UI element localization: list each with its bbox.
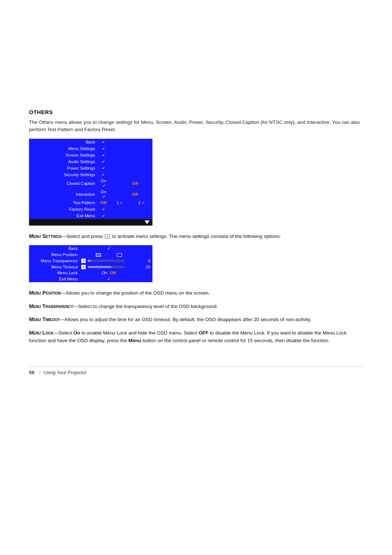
page-content: OTHERS The Others menu allows you to cha…: [29, 15, 363, 375]
table-row: Back ✓: [29, 139, 152, 145]
osd-menu-table: Back ✓ Menu Settings ✓ Screen Settings ✓…: [29, 139, 152, 226]
table-row-screen-settings: Screen Settings ✓: [29, 152, 152, 158]
page-number: 58: [29, 370, 34, 375]
menu-timeout-para: Menu Timeout—Allows you to adjust the ti…: [29, 315, 363, 324]
menu-settings-osd-table: Back ✓ Menu Position Menu Transparency ☰: [29, 245, 152, 282]
intro-text: The Others menu allows you to change set…: [29, 119, 363, 134]
term-menu-position: Menu Position: [29, 290, 61, 296]
position-box-right: [117, 253, 122, 257]
term-menu-lock: Menu Lock: [29, 330, 53, 336]
table-row: Menu Transparency ☰ 0: [29, 258, 152, 264]
table-row: Audio Settings ✓: [29, 158, 152, 165]
term-menu-settings: Menu Settings: [29, 233, 61, 239]
footer-text: Using Your Projector: [44, 370, 87, 375]
enter-icon: ✓: [105, 234, 110, 239]
table-row: Menu Lock On Off: [29, 270, 152, 276]
on-label: On: [102, 271, 107, 275]
menu-position-para: Menu Position—Allows you to change the p…: [29, 289, 363, 297]
table-row: Power Settings ✓: [29, 165, 152, 171]
menu-settings-description: Menu Settings—Select and press ✓ to acti…: [29, 232, 363, 240]
table-row-security-settings: Security Settings ✓: [29, 171, 152, 178]
term-menu-timeout: Menu Timeout: [29, 316, 60, 322]
term-menu-transparency: Menu Transparency: [29, 303, 73, 309]
table-row: Back ✓: [29, 245, 152, 252]
table-row: Exit Menu ✓: [29, 212, 152, 219]
table-row: Interactive On ✓ Off: [29, 189, 152, 200]
table-row: Exit Menu ✓: [29, 276, 152, 282]
menu-transparency-para: Menu Transparency—Select to change the t…: [29, 302, 363, 311]
transparency-icon: ☰: [81, 259, 86, 263]
down-arrow-icon: [144, 220, 150, 224]
timeout-icon: ▲: [81, 265, 86, 269]
section-title: OTHERS: [29, 109, 363, 115]
table-row: Factory Reset ✓: [29, 206, 152, 212]
table-row: Menu Position: [29, 252, 152, 258]
position-box-left: [96, 253, 101, 257]
osd-bottom-bar: [29, 219, 152, 226]
separator: |: [39, 370, 40, 375]
off-label: Off: [110, 271, 116, 275]
table-row: Test Pattern Off 1 ✓ 2 ✓: [29, 200, 152, 206]
table-row: Closed Caption On ✓ Off: [29, 178, 152, 189]
table-row: Menu Settings ✓: [29, 145, 152, 152]
table-row: Menu Timeout ▲ 20: [29, 264, 152, 270]
menu-lock-para: Menu Lock—Select On to enable Menu Lock …: [29, 329, 363, 345]
page-footer: 58 | Using Your Projector: [29, 366, 363, 375]
